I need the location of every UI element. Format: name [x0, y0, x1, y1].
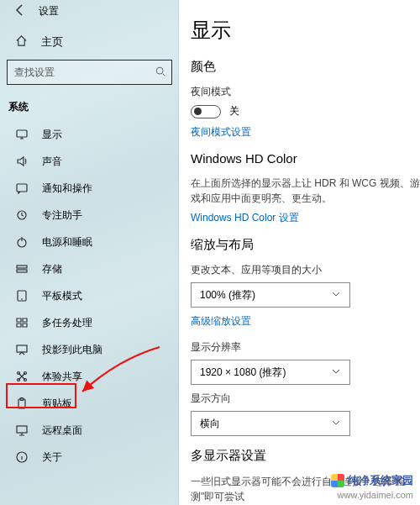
sidebar-item-tablet[interactable]: 平板模式 — [0, 282, 179, 309]
sidebar-item-remote[interactable]: 远程桌面 — [0, 417, 179, 444]
titlebar: 设置 — [0, 0, 179, 26]
svg-rect-6 — [17, 270, 27, 272]
orientation-label: 显示方向 — [191, 392, 420, 406]
sidebar-item-storage[interactable]: 存储 — [0, 255, 179, 282]
night-mode-toggle[interactable] — [191, 105, 221, 118]
watermark-logo-icon — [331, 474, 344, 487]
sidebar-item-label: 电源和睡眠 — [42, 235, 92, 250]
share-icon — [15, 370, 29, 383]
svg-rect-15 — [17, 426, 27, 433]
storage-icon — [15, 262, 29, 276]
scale-heading: 缩放与布局 — [191, 237, 420, 253]
sidebar-item-label: 专注助手 — [42, 208, 82, 223]
text-size-value: 100% (推荐) — [200, 288, 255, 302]
sidebar-item-label: 存储 — [42, 262, 62, 276]
sidebar-item-label: 通知和操作 — [42, 181, 92, 196]
back-icon[interactable] — [13, 3, 27, 19]
sidebar-item-label: 声音 — [42, 155, 62, 169]
svg-rect-1 — [17, 130, 27, 137]
night-mode-settings-link[interactable]: 夜间模式设置 — [191, 125, 420, 139]
sidebar-item-label: 关于 — [42, 450, 62, 465]
chevron-down-icon — [331, 418, 341, 430]
sidebar-item-share[interactable]: 体验共享 — [0, 363, 179, 390]
svg-rect-5 — [17, 266, 27, 268]
resolution-label: 显示分辨率 — [191, 340, 420, 355]
app-title: 设置 — [39, 4, 59, 18]
color-section: 颜色 夜间模式 关 夜间模式设置 — [191, 59, 420, 139]
home-label: 主页 — [41, 34, 63, 50]
hd-desc: 在上面所选择的显示器上让 HDR 和 WCG 视频、游戏和应用中面更明亮、更生动… — [191, 176, 420, 206]
svg-rect-8 — [17, 345, 27, 352]
notify-icon — [15, 181, 29, 195]
night-mode-label: 夜间模式 — [191, 85, 420, 99]
watermark-brand: 纯净系统家园 — [331, 473, 413, 488]
sidebar-item-project[interactable]: 投影到此电脑 — [0, 336, 179, 363]
text-size-label: 更改文本、应用等项目的大小 — [191, 263, 420, 277]
resolution-select[interactable]: 1920 × 1080 (推荐) — [191, 360, 350, 385]
sidebar-item-power[interactable]: 电源和睡眠 — [0, 229, 179, 255]
sound-icon — [15, 155, 29, 168]
color-heading: 颜色 — [191, 59, 420, 75]
chevron-down-icon — [331, 289, 341, 302]
sidebar: 设置 主页 系统 显示声音通知和操作专注助手电源和睡眠存储平板模式多任务处理投影… — [0, 0, 179, 505]
scale-section: 缩放与布局 更改文本、应用等项目的大小 100% (推荐) 高级缩放设置 显示分… — [191, 237, 420, 436]
search-input[interactable] — [7, 60, 172, 85]
sidebar-item-label: 体验共享 — [42, 370, 82, 384]
sidebar-item-notify[interactable]: 通知和操作 — [0, 175, 179, 202]
sidebar-item-multitask[interactable]: 多任务处理 — [0, 309, 179, 336]
sidebar-item-label: 剪贴板 — [42, 397, 72, 411]
orientation-select[interactable]: 横向 — [191, 411, 350, 436]
multi-heading: 多显示器设置 — [191, 448, 420, 464]
display-icon — [15, 128, 29, 141]
sidebar-item-label: 投影到此电脑 — [42, 343, 102, 357]
multitask-icon — [15, 316, 29, 329]
focus-icon — [15, 208, 29, 222]
sidebar-item-label: 多任务处理 — [42, 316, 92, 330]
nav-list: 显示声音通知和操作专注助手电源和睡眠存储平板模式多任务处理投影到此电脑体验共享剪… — [0, 121, 179, 471]
text-size-select[interactable]: 100% (推荐) — [191, 282, 350, 308]
home-button[interactable]: 主页 — [0, 26, 179, 60]
sidebar-item-display[interactable]: 显示 — [0, 121, 179, 148]
hd-section: Windows HD Color 在上面所选择的显示器上让 HDR 和 WCG … — [191, 151, 420, 225]
about-icon — [15, 450, 29, 464]
search-field[interactable] — [14, 66, 155, 78]
chevron-down-icon — [331, 366, 341, 379]
hd-heading: Windows HD Color — [191, 151, 420, 166]
advanced-scale-link[interactable]: 高级缩放设置 — [191, 314, 420, 329]
svg-rect-2 — [17, 184, 27, 192]
remote-icon — [15, 423, 29, 437]
sidebar-item-label: 平板模式 — [42, 289, 82, 303]
orientation-value: 横向 — [200, 417, 220, 431]
group-title: 系统 — [0, 95, 179, 121]
sidebar-item-focus[interactable]: 专注助手 — [0, 202, 179, 229]
page-title: 显示 — [191, 17, 420, 44]
home-icon — [15, 34, 28, 50]
sidebar-item-label: 远程桌面 — [42, 423, 82, 438]
sidebar-item-clipboard[interactable]: 剪贴板 — [0, 390, 179, 417]
clipboard-icon — [15, 397, 29, 410]
hd-settings-link[interactable]: Windows HD Color 设置 — [191, 211, 420, 225]
sidebar-item-sound[interactable]: 声音 — [0, 148, 179, 175]
watermark-url: www.yidaimei.com — [338, 490, 413, 500]
night-mode-state: 关 — [229, 104, 239, 118]
resolution-value: 1920 × 1080 (推荐) — [200, 366, 286, 380]
search-icon — [155, 66, 166, 80]
sidebar-item-label: 显示 — [42, 128, 62, 142]
power-icon — [15, 235, 29, 249]
svg-point-0 — [156, 67, 163, 74]
content-pane: 显示 颜色 夜间模式 关 夜间模式设置 Windows HD Color 在上面… — [179, 0, 420, 505]
tablet-icon — [15, 289, 29, 302]
sidebar-item-about[interactable]: 关于 — [0, 444, 179, 471]
project-icon — [15, 343, 29, 356]
